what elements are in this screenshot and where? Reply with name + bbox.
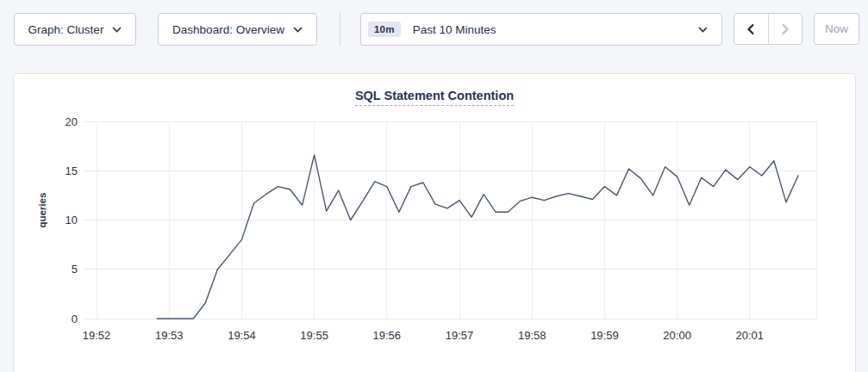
- svg-text:19:52: 19:52: [83, 329, 111, 342]
- time-prev-button[interactable]: [734, 14, 769, 44]
- svg-text:20:00: 20:00: [663, 329, 691, 342]
- time-nav-group: [734, 13, 802, 45]
- chevron-right-icon: [781, 23, 790, 35]
- svg-text:15: 15: [66, 164, 78, 177]
- dashboard-dropdown-label: Dashboard: Overview: [172, 23, 284, 36]
- svg-text:19:57: 19:57: [446, 329, 474, 342]
- svg-text:20:01: 20:01: [736, 329, 765, 342]
- now-button-label: Now: [825, 22, 848, 35]
- time-next-button[interactable]: [769, 14, 802, 44]
- svg-text:19:56: 19:56: [373, 329, 402, 342]
- svg-text:19:55: 19:55: [300, 329, 328, 342]
- svg-text:5: 5: [72, 263, 78, 276]
- svg-text:20: 20: [66, 115, 78, 128]
- graph-dropdown-label: Graph: Cluster: [28, 23, 104, 36]
- svg-text:19:58: 19:58: [518, 329, 546, 342]
- dashboard-dropdown-button[interactable]: Dashboard: Overview: [158, 13, 317, 46]
- now-button[interactable]: Now: [814, 13, 859, 45]
- time-window-dropdown[interactable]: 10m Past 10 Minutes: [360, 13, 722, 46]
- svg-text:19:53: 19:53: [155, 329, 184, 342]
- svg-text:10: 10: [66, 214, 78, 226]
- chevron-down-icon: [112, 27, 122, 33]
- chevron-down-icon: [293, 27, 303, 33]
- svg-text:queries: queries: [37, 193, 47, 228]
- time-window-label: Past 10 Minutes: [413, 23, 698, 36]
- sql-contention-line-chart[interactable]: 19:5219:5319:5419:5519:5619:5719:5819:59…: [14, 74, 857, 371]
- chart-card: SQL Statement Contention 19:5219:5319:54…: [13, 73, 856, 372]
- toolbar-divider: [340, 11, 340, 46]
- chevron-down-icon: [698, 27, 708, 33]
- svg-text:19:59: 19:59: [590, 329, 619, 342]
- toolbar: Graph: Cluster Dashboard: Overview 10m P…: [0, 0, 868, 60]
- chevron-left-icon: [746, 23, 755, 35]
- svg-text:19:54: 19:54: [228, 329, 256, 342]
- graph-dropdown-button[interactable]: Graph: Cluster: [14, 13, 136, 46]
- time-window-badge: 10m: [368, 22, 401, 37]
- svg-text:0: 0: [72, 313, 78, 326]
